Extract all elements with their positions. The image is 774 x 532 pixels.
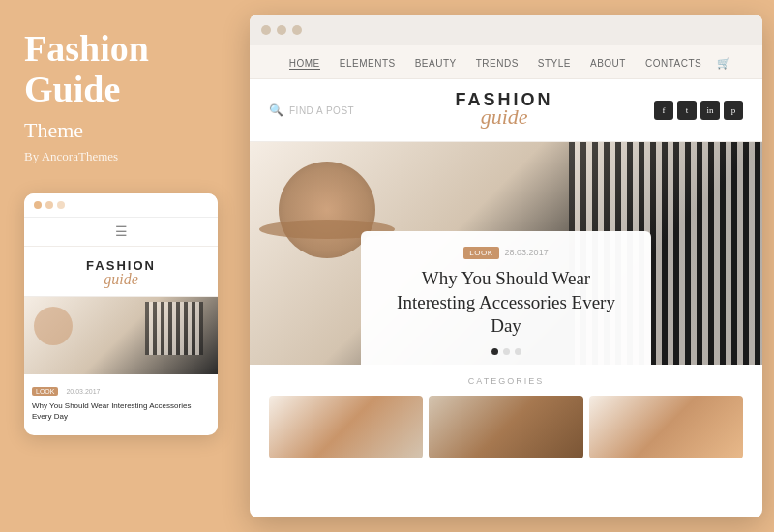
hero-card: LOOK 28.03.2017 Why You Should Wear Inte… [361,231,651,365]
mobile-logo: FASHION guide [24,247,218,297]
nav-item-beauty[interactable]: BEAUTY [415,58,457,69]
hero-title: Why You Should Wear Interesting Accessor… [380,267,632,339]
hero-dot-2[interactable] [503,348,510,355]
mobile-hero-image [24,297,218,374]
mobile-look-badge: LOOK [32,387,58,396]
left-panel: Fashion Guide Theme By AncoraThemes ☰ FA… [0,0,240,532]
categories-label: CATEGORIES [269,376,743,386]
browser-top-bar [250,15,762,45]
search-icon[interactable]: 🔍 [269,103,283,118]
browser-mockup: HOME ELEMENTS BEAUTY TRENDS STYLE ABOUT … [250,15,762,517]
browser-dot-2 [277,25,286,35]
category-thumb-3[interactable] [589,396,743,458]
mobile-post-preview: LOOK 20.03.2017 Why You Should Wear Inte… [24,374,218,428]
hero-card-top: LOOK 28.03.2017 [380,247,632,259]
hero-date: 28.03.2017 [505,248,549,257]
mobile-dot-3 [57,201,65,209]
nav-bar: HOME ELEMENTS BEAUTY TRENDS STYLE ABOUT … [250,45,762,79]
cart-icon[interactable]: 🛒 [717,57,730,69]
hero-look-badge: LOOK [463,247,498,259]
social-icon-twitter[interactable]: t [677,101,697,120]
social-icon-facebook[interactable]: f [654,101,673,120]
category-thumb-2[interactable] [429,396,582,458]
mobile-hamburger-icon[interactable]: ☰ [24,218,218,247]
categories-section: CATEGORIES [250,365,762,466]
app-author: By AncoraThemes [24,149,216,164]
app-subtitle: Theme [24,118,216,143]
mobile-top-bar [24,193,218,218]
find-post-label: FIND A POST [289,105,354,116]
social-icons: f t in p [654,101,743,120]
browser-dot-3 [292,25,302,35]
nav-item-trends[interactable]: TRENDS [476,58,519,69]
app-title: Fashion Guide [24,29,216,110]
nav-item-contacts[interactable]: CONTACTS [645,58,701,69]
site-header: 🔍 FIND A POST FASHION guide f t in p [250,79,762,142]
app-title-line2: Guide [24,69,120,109]
header-search[interactable]: 🔍 FIND A POST [269,103,354,118]
social-icon-pinterest[interactable]: p [724,101,743,120]
browser-dot-1 [261,25,271,35]
hero-dot-3[interactable] [515,348,521,355]
category-thumbs [269,396,743,458]
mobile-post-date: 20.03.2017 [66,388,100,395]
category-thumb-1[interactable] [269,396,423,458]
mobile-dot-1 [34,201,42,209]
site-logo: FASHION guide [456,91,553,130]
hero-section: LOOK 28.03.2017 Why You Should Wear Inte… [250,142,762,365]
nav-item-about[interactable]: ABOUT [590,58,626,69]
hero-dot-1[interactable] [491,348,498,355]
nav-item-home[interactable]: HOME [289,58,320,70]
hero-carousel-dots [380,348,632,355]
mobile-post-title: Why You Should Wear Interesting Accessor… [32,400,210,422]
social-icon-instagram[interactable]: in [700,101,720,120]
mobile-logo-script: guide [34,271,208,288]
mobile-dots [34,201,65,209]
nav-item-elements[interactable]: ELEMENTS [340,58,396,69]
app-title-line1: Fashion [24,28,149,69]
mobile-dot-2 [45,201,53,209]
nav-item-style[interactable]: STYLE [538,58,571,69]
mobile-mockup: ☰ FASHION guide LOOK 20.03.2017 Why You … [24,193,218,435]
